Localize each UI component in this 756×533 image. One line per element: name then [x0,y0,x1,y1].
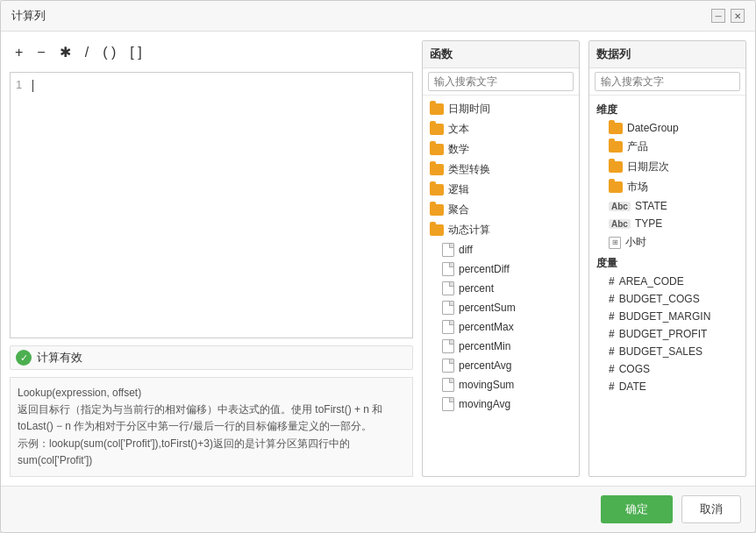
item-label: 动态计算 [448,223,490,238]
list-item[interactable]: movingAvg [423,394,579,414]
folder-icon [430,144,444,155]
list-item[interactable]: Abc STATE [589,197,745,215]
section-dimension: 维度 [589,99,745,119]
item-label: 日期层次 [627,160,669,174]
item-label: 聚合 [448,203,469,217]
list-item[interactable]: percentSum [423,298,579,317]
formula-editor[interactable]: 1 [10,72,413,338]
hash-icon: # [609,363,615,375]
list-item[interactable]: 聚合 [423,200,579,220]
item-label: AREA_CODE [619,275,684,288]
data-columns-list: 维度 DateGroup 产品 日期层次 市场 [589,96,745,476]
hash-icon: # [609,310,615,323]
item-label: 市场 [627,180,648,195]
list-item[interactable]: 市场 [589,177,745,197]
list-item[interactable]: # DATE [589,378,745,395]
item-label: 产品 [627,139,648,154]
item-label: percent [459,282,494,295]
list-item[interactable]: 数学 [423,139,579,160]
list-item[interactable]: percentDiff [423,259,579,279]
item-label: 文本 [448,122,469,137]
list-item[interactable]: diff [423,240,579,259]
data-columns-panel: 数据列 维度 DateGroup 产品 日期 [588,40,746,477]
list-item[interactable]: # BUDGET_MARGIN [589,308,745,325]
data-columns-panel-header: 数据列 [589,41,745,68]
folder-icon [430,224,444,236]
help-text-area: Lookup(expression, offset) 返回目标行（指定为与当前行… [10,377,413,477]
list-item[interactable]: percentAvg [423,356,579,375]
functions-panel-header: 函数 [423,41,579,68]
line-number: 1 [16,78,29,91]
toolbar-parens[interactable]: ( ) [97,44,121,61]
hash-icon: # [609,293,615,305]
list-item[interactable]: # COGS [589,360,745,378]
status-bar: ✓ 计算有效 [10,345,413,370]
item-label: movingAvg [459,398,510,410]
file-icon [442,397,454,411]
list-item[interactable]: percent [423,279,579,298]
list-item[interactable]: Abc TYPE [589,215,745,232]
item-label: DateGroup [627,122,679,134]
file-icon [442,281,454,295]
list-item[interactable]: DateGroup [589,119,745,137]
item-label: COGS [619,363,650,375]
list-item[interactable]: # BUDGET_COGS [589,290,745,308]
list-item[interactable]: 动态计算 [423,220,579,240]
item-label: 小时 [625,235,646,250]
title-bar: 计算列 ─ ✕ [1,1,755,32]
functions-search-input[interactable] [428,72,574,91]
formula-cursor [32,80,33,92]
folder-icon [430,103,444,115]
list-item[interactable]: ⊞ 小时 [589,232,745,252]
list-item[interactable]: 类型转换 [423,160,579,180]
main-content: + − ✱ / ( ) [ ] 1 ✓ 计算有效 Lookup(expressi… [1,32,755,486]
hash-icon: # [609,380,615,393]
item-label: 逻辑 [448,182,469,197]
list-item[interactable]: # BUDGET_SALES [589,343,745,360]
list-item[interactable]: # AREA_CODE [589,273,745,290]
list-item[interactable]: percentMin [423,337,579,356]
folder-icon [430,124,444,135]
functions-panel: 函数 日期时间 文本 数学 [422,40,580,477]
formula-toolbar: + − ✱ / ( ) [ ] [10,40,413,65]
toolbar-minus[interactable]: − [32,44,50,61]
item-label: BUDGET_PROFIT [619,328,708,340]
item-label: DATE [619,380,646,393]
file-icon [442,339,454,353]
item-label: BUDGET_SALES [619,345,703,358]
dialog-footer: 确定 取消 [1,486,755,532]
data-columns-search-area [589,68,745,96]
list-item[interactable]: 日期层次 [589,157,745,177]
file-icon [442,301,454,315]
item-label: 日期时间 [448,102,490,117]
help-content: Lookup(expression, offset) 返回目标行（指定为与当前行… [18,387,382,466]
item-label: diff [459,244,473,256]
minimize-button[interactable]: ─ [711,9,725,23]
item-label: percentSum [459,302,516,314]
item-label: percentMin [459,340,510,352]
list-item[interactable]: movingSum [423,375,579,394]
toolbar-brackets[interactable]: [ ] [125,44,146,61]
list-item[interactable]: 逻辑 [423,180,579,200]
data-columns-search-input[interactable] [595,72,740,91]
list-item[interactable]: 日期时间 [423,99,579,119]
list-item[interactable]: percentMax [423,317,579,337]
toolbar-divide[interactable]: / [80,44,94,61]
list-item[interactable]: 文本 [423,119,579,139]
item-label: TYPE [635,217,662,230]
item-label: BUDGET_COGS [619,293,700,305]
close-button[interactable]: ✕ [731,9,745,23]
dialog-window: 计算列 ─ ✕ + − ✱ / ( ) [ ] 1 ✓ [0,0,756,533]
toolbar-multiply[interactable]: ✱ [54,44,76,61]
list-item[interactable]: # BUDGET_PROFIT [589,325,745,343]
list-item[interactable]: 产品 [589,137,745,157]
cancel-button[interactable]: 取消 [681,495,741,523]
toolbar-plus[interactable]: + [10,44,28,61]
item-label: 类型转换 [448,162,490,177]
item-label: 数学 [448,142,469,157]
hash-icon: # [609,275,615,288]
functions-search-area [423,68,579,96]
file-icon [442,378,454,392]
confirm-button[interactable]: 确定 [601,495,673,523]
folder-icon [430,204,444,216]
